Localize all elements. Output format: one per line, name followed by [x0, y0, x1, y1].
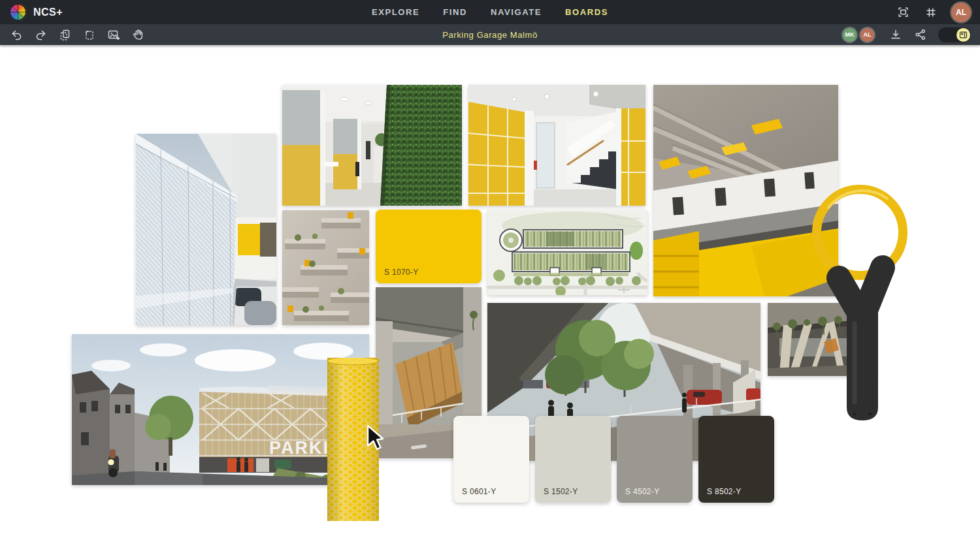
- photo-planter-facade-art: [282, 210, 369, 325]
- collaborator-avatar-al[interactable]: AL: [860, 28, 874, 42]
- nav-find[interactable]: FIND: [443, 7, 467, 17]
- photo-lockers-staircase[interactable]: [468, 85, 645, 206]
- download-button[interactable]: [889, 27, 903, 42]
- product-slingshot-art: [809, 167, 908, 426]
- user-avatar[interactable]: AL: [951, 3, 971, 22]
- photo-site-plan-art: [487, 210, 647, 295]
- ncs-logo[interactable]: NCS+: [9, 3, 63, 21]
- swatch-s1502y[interactable]: S 1502-Y: [535, 416, 611, 503]
- collaborator-initials: AL: [864, 31, 872, 38]
- fit-to-screen-button[interactable]: [896, 5, 911, 20]
- panel-toggle-knob: [956, 28, 970, 42]
- photo-street-parking-garage[interactable]: PARKING: [72, 334, 369, 485]
- redo-icon: [35, 29, 47, 41]
- main-nav: EXPLORE FIND NAVIGATE BOARDS: [372, 7, 608, 17]
- color-wheel-icon: [9, 3, 27, 21]
- share-icon: [915, 29, 926, 40]
- undo-icon: [10, 29, 23, 41]
- undo-button[interactable]: [9, 27, 24, 42]
- collaborator-initials: MK: [845, 31, 855, 38]
- swatch-label: S 4502-Y: [625, 487, 659, 496]
- swatch-s4502y[interactable]: S 4502-Y: [617, 416, 693, 503]
- redo-button[interactable]: [33, 27, 48, 42]
- nav-boards[interactable]: BOARDS: [565, 7, 608, 17]
- photo-lockers-art: [468, 85, 645, 206]
- app-name: NCS+: [33, 7, 63, 18]
- board-panel-icon: [959, 31, 968, 39]
- photo-mesh-facade-interior[interactable]: [136, 134, 276, 325]
- fit-to-screen-icon: [897, 6, 909, 18]
- collaborator-avatars: MK AL: [843, 28, 874, 42]
- photo-site-plan[interactable]: [487, 210, 647, 295]
- grid-icon: [925, 7, 937, 18]
- swatch-s0601y[interactable]: S 0601-Y: [453, 416, 529, 503]
- swatch-s8502y[interactable]: S 8502-Y: [698, 416, 774, 503]
- photo-street-parking-art: PARKING: [72, 334, 369, 485]
- nav-explore[interactable]: EXPLORE: [372, 7, 419, 17]
- add-image-button[interactable]: [106, 27, 122, 42]
- pan-tool-button[interactable]: [131, 27, 146, 42]
- product-slingshot-image[interactable]: [809, 167, 908, 426]
- swatch-label: S 1502-Y: [544, 487, 578, 496]
- swatch-label: S 1070-Y: [384, 268, 418, 277]
- paste-button[interactable]: [82, 27, 97, 42]
- photo-green-wall-art: [282, 85, 462, 206]
- swatch-label: S 8502-Y: [707, 487, 741, 496]
- board-title: Parking Garage Malmö: [442, 30, 538, 40]
- swatch-label: S 0601-Y: [462, 487, 496, 496]
- copy-button[interactable]: [57, 27, 73, 42]
- hand-icon: [132, 29, 144, 41]
- photo-green-wall-corridor[interactable]: [282, 85, 462, 206]
- panel-toggle[interactable]: [938, 27, 971, 42]
- paste-icon: [83, 29, 95, 41]
- nav-navigate[interactable]: NAVIGATE: [491, 7, 542, 17]
- swatch-s1070y[interactable]: S 1070-Y: [376, 210, 482, 283]
- board-canvas[interactable]: S 1070-Y: [0, 46, 980, 551]
- share-button[interactable]: [913, 27, 928, 42]
- user-initials: AL: [956, 8, 966, 17]
- add-image-icon: [107, 29, 120, 41]
- photo-yellow-mesh-column[interactable]: [327, 358, 379, 521]
- download-icon: [890, 29, 902, 40]
- board-toolbar: Parking Garage Malmö MK AL: [0, 24, 980, 46]
- top-app-bar: NCS+ EXPLORE FIND NAVIGATE BOARDS AL: [0, 0, 980, 24]
- grid-view-button[interactable]: [924, 5, 938, 20]
- photo-mesh-facade-art: [136, 134, 276, 325]
- copy-icon: [59, 29, 71, 41]
- collaborator-avatar-mk[interactable]: MK: [843, 28, 857, 42]
- photo-concrete-planter-facade[interactable]: [282, 210, 369, 325]
- photo-mesh-column-art: [327, 358, 379, 521]
